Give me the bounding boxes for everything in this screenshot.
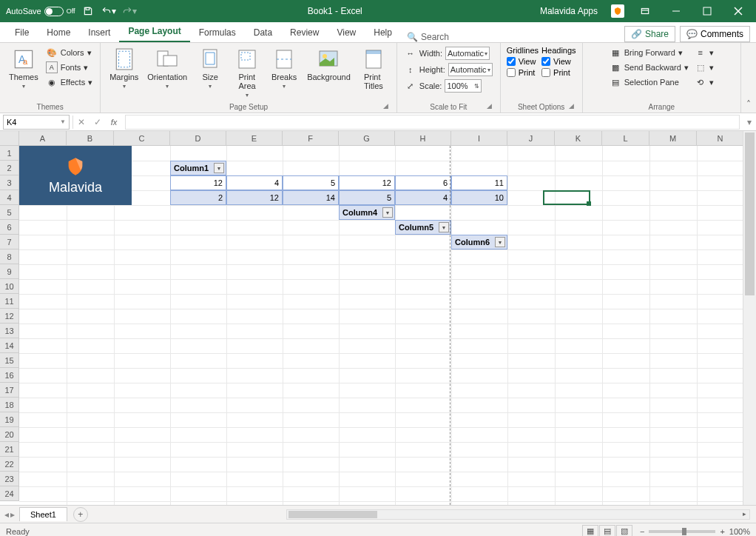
zoom-in-button[interactable]: + xyxy=(720,527,724,536)
gridlines-view-check[interactable]: View xyxy=(507,57,539,66)
scale-input[interactable]: 100%⇅ xyxy=(445,79,482,93)
tab-insert[interactable]: Insert xyxy=(79,23,119,42)
fx-icon[interactable]: fx xyxy=(106,115,122,130)
rotate-button[interactable]: ⟲▾ xyxy=(693,76,715,89)
page-setup-launcher[interactable]: ◢ xyxy=(382,102,391,111)
background-button[interactable]: Background xyxy=(304,46,354,83)
effects-button[interactable]: ◉Effects ▾ xyxy=(44,76,94,89)
redo-icon[interactable]: ▾ xyxy=(121,3,138,19)
row-header-14[interactable]: 14 xyxy=(0,338,19,353)
row-header-5[interactable]: 5 xyxy=(0,205,19,220)
col-header-I[interactable]: I xyxy=(451,131,507,146)
undo-icon[interactable]: ▾ xyxy=(101,3,117,19)
col-header-K[interactable]: K xyxy=(555,131,602,146)
orientation-button[interactable]: Orientation▾ xyxy=(144,46,190,91)
table-cell[interactable]: 12 xyxy=(170,175,226,190)
row-header-9[interactable]: 9 xyxy=(0,264,19,279)
formula-input[interactable] xyxy=(125,115,740,130)
cancel-formula-icon[interactable]: ✕ xyxy=(73,115,90,130)
print-area-button[interactable]: Print Area▾ xyxy=(230,46,264,100)
page-layout-view-icon[interactable]: ▤ xyxy=(599,525,615,537)
headings-print-check[interactable]: Print xyxy=(541,68,576,77)
row-header-23[interactable]: 23 xyxy=(0,472,19,486)
row-header-20[interactable]: 20 xyxy=(0,427,19,442)
ribbon-display-icon[interactable] xyxy=(630,0,660,22)
name-box[interactable]: K4▼ xyxy=(3,115,70,130)
themes-button[interactable]: Aa Themes▾ xyxy=(6,46,41,91)
send-backward-button[interactable]: ▩Send Backward ▾ xyxy=(608,61,690,74)
table-cell[interactable]: 6 xyxy=(395,175,451,190)
row-header-7[interactable]: 7 xyxy=(0,235,19,249)
tab-help[interactable]: Help xyxy=(365,23,401,42)
table-cell[interactable]: 2 xyxy=(170,190,226,205)
filter-icon[interactable]: ▼ xyxy=(495,237,505,247)
col-header-M[interactable]: M xyxy=(649,131,697,146)
zoom-slider[interactable] xyxy=(649,530,715,533)
tab-review[interactable]: Review xyxy=(281,23,328,42)
row-header-19[interactable]: 19 xyxy=(0,412,19,427)
col-header-C[interactable]: C xyxy=(114,131,170,146)
expand-formula-bar[interactable]: ▾ xyxy=(743,117,756,127)
horizontal-scrollbar[interactable]: ◂▸ xyxy=(286,509,750,520)
col-header-N[interactable]: N xyxy=(697,131,743,146)
gridlines-print-check[interactable]: Print xyxy=(507,68,539,77)
table-header[interactable]: Column4▼ xyxy=(339,205,395,220)
align-button[interactable]: ≡▾ xyxy=(693,46,715,59)
sheet-options-launcher[interactable]: ◢ xyxy=(567,102,576,111)
sheet-nav-next[interactable]: ▸ xyxy=(10,509,15,520)
search-box[interactable]: 🔍Search xyxy=(401,32,455,42)
row-header-10[interactable]: 10 xyxy=(0,279,19,294)
row-header-1[interactable]: 1 xyxy=(0,146,19,161)
selection-pane-button[interactable]: ▤Selection Pane xyxy=(608,76,690,89)
row-header-3[interactable]: 3 xyxy=(0,175,19,190)
row-header-15[interactable]: 15 xyxy=(0,353,19,368)
col-header-J[interactable]: J xyxy=(507,131,555,146)
select-all-corner[interactable] xyxy=(0,131,19,146)
table-header[interactable]: Column5▼ xyxy=(395,220,451,235)
row-header-4[interactable]: 4 xyxy=(0,190,19,205)
scale-launcher[interactable]: ◢ xyxy=(485,102,494,111)
headings-view-check[interactable]: View xyxy=(541,57,576,66)
row-header-22[interactable]: 22 xyxy=(0,457,19,472)
filter-icon[interactable]: ▼ xyxy=(214,163,224,173)
tab-file[interactable]: File xyxy=(6,23,38,42)
vertical-scrollbar[interactable] xyxy=(743,131,756,505)
table-cell[interactable]: 5 xyxy=(283,175,339,190)
colors-button[interactable]: 🎨Colors ▾ xyxy=(44,46,94,59)
col-header-H[interactable]: H xyxy=(395,131,451,146)
table-cell[interactable]: 5 xyxy=(339,190,395,205)
col-header-F[interactable]: F xyxy=(283,131,339,146)
tab-home[interactable]: Home xyxy=(38,23,79,42)
filter-icon[interactable]: ▼ xyxy=(382,207,393,218)
save-icon[interactable] xyxy=(80,3,96,19)
row-header-11[interactable]: 11 xyxy=(0,294,19,309)
row-header-8[interactable]: 8 xyxy=(0,249,19,264)
width-select[interactable]: Automatic▾ xyxy=(445,47,490,60)
bring-forward-button[interactable]: ▦Bring Forward ▾ xyxy=(608,46,690,59)
print-titles-button[interactable]: Print Titles xyxy=(357,46,391,92)
normal-view-icon[interactable]: ▦ xyxy=(582,525,598,537)
maximize-icon[interactable] xyxy=(692,0,722,22)
comments-button[interactable]: 💬Comments xyxy=(680,26,750,42)
row-header-2[interactable]: 2 xyxy=(0,161,19,175)
row-header-13[interactable]: 13 xyxy=(0,324,19,338)
breaks-button[interactable]: Breaks▾ xyxy=(267,46,301,91)
table-cell[interactable]: 11 xyxy=(451,175,507,190)
height-select[interactable]: Automatic▾ xyxy=(448,63,493,76)
tab-formulas[interactable]: Formulas xyxy=(190,23,245,42)
row-header-6[interactable]: 6 xyxy=(0,220,19,235)
close-icon[interactable] xyxy=(723,0,753,22)
table-header[interactable]: Column1▼ xyxy=(170,161,226,175)
row-header-21[interactable]: 21 xyxy=(0,442,19,457)
table-header[interactable]: Column6▼ xyxy=(451,235,507,249)
col-header-E[interactable]: E xyxy=(226,131,283,146)
col-header-D[interactable]: D xyxy=(170,131,226,146)
row-header-18[interactable]: 18 xyxy=(0,398,19,412)
enter-formula-icon[interactable]: ✓ xyxy=(90,115,106,130)
autosave-toggle[interactable]: AutoSave Off xyxy=(6,7,75,16)
row-header-17[interactable]: 17 xyxy=(0,383,19,398)
page-break-view-icon[interactable]: ▧ xyxy=(616,525,632,537)
col-header-G[interactable]: G xyxy=(339,131,395,146)
table-cell[interactable]: 12 xyxy=(339,175,395,190)
table-cell[interactable]: 4 xyxy=(395,190,451,205)
